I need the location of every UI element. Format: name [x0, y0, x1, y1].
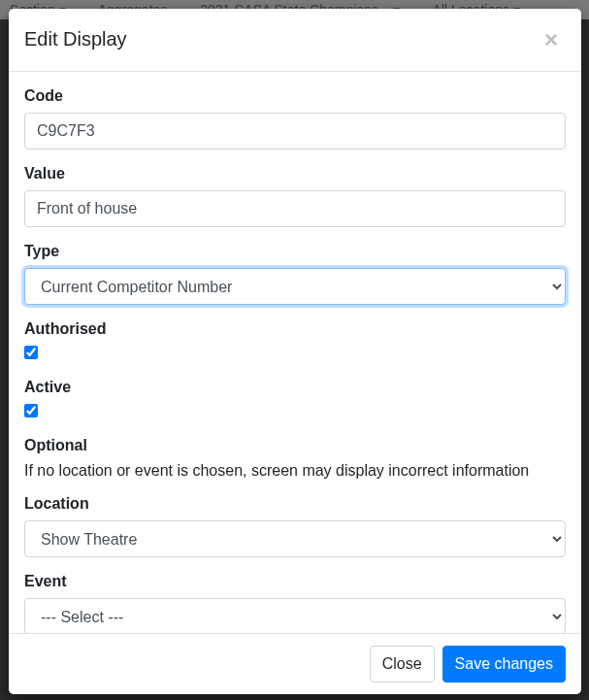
- value-label: Value: [24, 165, 566, 183]
- authorised-checkbox[interactable]: [24, 346, 38, 359]
- modal-body: Code Value Type Current Competitor Numbe…: [9, 72, 581, 633]
- close-icon[interactable]: ×: [537, 24, 566, 55]
- code-input[interactable]: [24, 113, 566, 150]
- location-label: Location: [24, 495, 566, 513]
- close-button[interactable]: Close: [370, 646, 435, 683]
- event-label: Event: [24, 573, 566, 590]
- optional-helper-text: If no location or event is chosen, scree…: [24, 462, 566, 480]
- type-select[interactable]: Current Competitor Number: [24, 268, 566, 305]
- modal-header: Edit Display ×: [9, 9, 581, 72]
- field-event: Event --- Select ---: [24, 573, 566, 633]
- field-location: Location Show Theatre: [24, 495, 566, 557]
- active-checkbox[interactable]: [24, 404, 38, 417]
- field-value: Value: [24, 165, 566, 227]
- field-type: Type Current Competitor Number: [24, 243, 566, 305]
- modal-footer: Close Save changes: [9, 633, 581, 694]
- modal-title: Edit Display: [24, 24, 127, 53]
- field-optional: Optional If no location or event is chos…: [24, 437, 566, 480]
- save-button[interactable]: Save changes: [442, 646, 566, 683]
- edit-display-modal: Edit Display × Code Value Type Current C…: [9, 9, 581, 694]
- code-label: Code: [24, 87, 566, 105]
- field-code: Code: [24, 87, 566, 150]
- optional-label: Optional: [24, 437, 566, 454]
- location-select[interactable]: Show Theatre: [24, 520, 566, 557]
- field-active: Active: [24, 379, 566, 421]
- value-input[interactable]: [24, 190, 566, 227]
- active-label: Active: [24, 379, 566, 396]
- field-authorised: Authorised: [24, 320, 566, 363]
- authorised-label: Authorised: [24, 320, 566, 338]
- type-label: Type: [24, 243, 566, 260]
- event-select[interactable]: --- Select ---: [24, 598, 566, 633]
